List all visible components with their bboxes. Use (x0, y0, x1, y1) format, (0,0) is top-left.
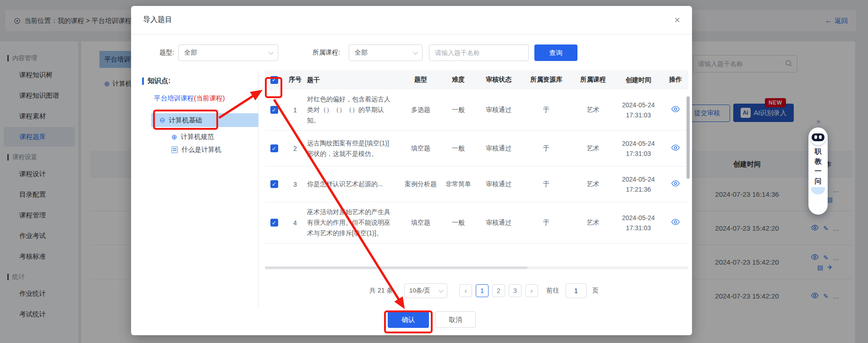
cancel-button[interactable]: 取消 (435, 311, 476, 328)
row-checkbox[interactable]: ✓ (270, 106, 278, 114)
filter-bar: 题型: 全部 所属课程: 全部 查询 (131, 44, 692, 61)
knowledge-tree-panel: 知识点: 平台培训课程(当前课程) ⊖ 计算机基础 ⊕ 计算机规范 什么是计算机 (131, 70, 258, 308)
minus-circle-icon: ⊖ (159, 116, 165, 124)
page-suffix-label: 页 (592, 287, 599, 295)
type-select[interactable]: 全部 (178, 44, 278, 61)
chevron-down-icon (269, 50, 274, 55)
row-checkbox[interactable]: ✓ (270, 219, 278, 227)
question-table: ✓ 序号 题干 题型 难度 审核状态 所属资源库 所属课程 创建时间 操作 ✓ … (265, 70, 688, 243)
robot-icon (810, 129, 826, 145)
goto-page-input[interactable] (566, 283, 587, 298)
confirm-button[interactable]: 确认 (388, 311, 429, 328)
query-button[interactable]: 查询 (534, 44, 577, 61)
plus-circle-icon: ⊕ (171, 133, 177, 141)
tree-node-selected[interactable]: ⊖ 计算机基础 (151, 113, 258, 127)
wave-icon (811, 187, 825, 194)
row-checkbox[interactable]: ✓ (270, 180, 278, 188)
question-row: ✓ 3 你是怎样认识艺术起源的... 案例分析题 非常简单 审核通过 于 艺术 … (265, 166, 688, 202)
sparkle-icon: ✳ (808, 118, 829, 127)
eye-icon[interactable] (671, 106, 680, 114)
total-count: 共 21 条 (369, 287, 393, 295)
close-icon[interactable]: × (674, 15, 680, 25)
modal-footer: 确认 取消 (131, 311, 692, 330)
prev-page-button[interactable]: ‹ (459, 284, 472, 297)
question-table-header: ✓ 序号 题干 题型 难度 审核状态 所属资源库 所属课程 创建时间 操作 (265, 70, 688, 89)
tree-node-expandable[interactable]: ⊕ 计算机规范 (171, 133, 214, 141)
import-questions-modal: 导入题目 × 题型: 全部 所属课程: 全部 查询 知识点: 平台培训课程(当前… (131, 6, 692, 335)
pagination: 共 21 条 10条/页 ‹ 1 2 3 › 前往 页 (131, 283, 692, 299)
page-button-2[interactable]: 2 (492, 284, 505, 297)
page-size-select[interactable]: 10条/页 (404, 283, 447, 298)
chevron-down-icon (439, 288, 444, 293)
eye-icon[interactable] (671, 181, 680, 188)
goto-label: 前往 (546, 287, 559, 295)
next-page-button[interactable]: › (525, 284, 538, 297)
question-row: ✓ 4 巫术活动对原始艺术的产生具有很大的作用。但不能说明巫术与艺术的排斥[填空… (265, 202, 688, 243)
question-row: ✓ 2 远古陶纹图案有些是[填空(1)]形状的，这就不是模仿。 填空题 一般 审… (265, 131, 688, 166)
type-filter-label: 题型: (159, 49, 174, 57)
eye-icon[interactable] (671, 145, 680, 152)
tree-root-node[interactable]: 平台培训课程(当前课程) (154, 94, 225, 103)
eye-icon[interactable] (671, 219, 680, 227)
vertical-scrollbar[interactable] (687, 96, 690, 179)
course-select[interactable]: 全部 (349, 44, 423, 61)
document-icon (171, 146, 178, 153)
page-button-3[interactable]: 3 (509, 284, 522, 297)
knowledge-points-label: 知识点: (142, 77, 170, 85)
row-checkbox[interactable]: ✓ (270, 144, 278, 152)
tree-node-leaf[interactable]: 什么是计算机 (171, 145, 221, 154)
modal-title: 导入题目 (143, 15, 172, 25)
screen: 当前位置：我的课程 > 平台培训课程 > ← 返回 内容管理 课程知识树 课程知… (0, 0, 868, 343)
assistant-widget[interactable]: ✳ 职 教 一 问 (808, 118, 829, 215)
select-all-checkbox[interactable]: ✓ (270, 76, 278, 84)
course-filter-label: 所属课程: (313, 49, 340, 57)
page-button-1[interactable]: 1 (476, 284, 489, 297)
stem-search-input[interactable] (429, 44, 529, 61)
chevron-down-icon (413, 50, 418, 55)
horizontal-scrollbar[interactable] (265, 266, 688, 269)
question-row: ✓ 1 对红色的偏好，包含着远古人类对（）（）（）的早期认知。 多选题 一般 审… (265, 89, 688, 131)
